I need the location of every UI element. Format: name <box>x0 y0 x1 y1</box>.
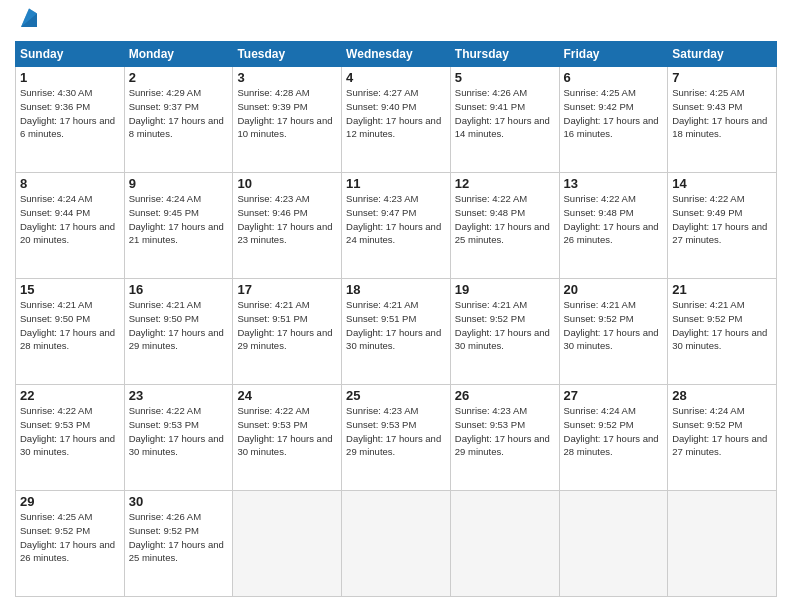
sunset-label: Sunset: 9:52 PM <box>564 419 634 430</box>
calendar-table: SundayMondayTuesdayWednesdayThursdayFrid… <box>15 41 777 597</box>
day-info: Sunrise: 4:22 AM Sunset: 9:53 PM Dayligh… <box>129 404 229 459</box>
daylight-label: Daylight: 17 hours and 26 minutes. <box>564 221 659 246</box>
calendar-header-sunday: Sunday <box>16 42 125 67</box>
calendar-cell: 6 Sunrise: 4:25 AM Sunset: 9:42 PM Dayli… <box>559 67 668 173</box>
sunrise-label: Sunrise: 4:29 AM <box>129 87 201 98</box>
day-number: 12 <box>455 176 555 191</box>
calendar-cell: 16 Sunrise: 4:21 AM Sunset: 9:50 PM Dayl… <box>124 279 233 385</box>
day-number: 2 <box>129 70 229 85</box>
daylight-label: Daylight: 17 hours and 27 minutes. <box>672 221 767 246</box>
day-info: Sunrise: 4:29 AM Sunset: 9:37 PM Dayligh… <box>129 86 229 141</box>
sunrise-label: Sunrise: 4:22 AM <box>455 193 527 204</box>
sunrise-label: Sunrise: 4:23 AM <box>237 193 309 204</box>
day-number: 19 <box>455 282 555 297</box>
calendar-cell: 17 Sunrise: 4:21 AM Sunset: 9:51 PM Dayl… <box>233 279 342 385</box>
day-info: Sunrise: 4:22 AM Sunset: 9:48 PM Dayligh… <box>564 192 664 247</box>
calendar-cell: 3 Sunrise: 4:28 AM Sunset: 9:39 PM Dayli… <box>233 67 342 173</box>
sunset-label: Sunset: 9:53 PM <box>129 419 199 430</box>
daylight-label: Daylight: 17 hours and 12 minutes. <box>346 115 441 140</box>
daylight-label: Daylight: 17 hours and 30 minutes. <box>455 327 550 352</box>
day-info: Sunrise: 4:22 AM Sunset: 9:53 PM Dayligh… <box>237 404 337 459</box>
sunset-label: Sunset: 9:53 PM <box>237 419 307 430</box>
daylight-label: Daylight: 17 hours and 30 minutes. <box>564 327 659 352</box>
calendar-cell: 20 Sunrise: 4:21 AM Sunset: 9:52 PM Dayl… <box>559 279 668 385</box>
sunrise-label: Sunrise: 4:24 AM <box>564 405 636 416</box>
page: SundayMondayTuesdayWednesdayThursdayFrid… <box>0 0 792 612</box>
day-info: Sunrise: 4:30 AM Sunset: 9:36 PM Dayligh… <box>20 86 120 141</box>
sunset-label: Sunset: 9:53 PM <box>20 419 90 430</box>
sunrise-label: Sunrise: 4:24 AM <box>672 405 744 416</box>
calendar-cell: 23 Sunrise: 4:22 AM Sunset: 9:53 PM Dayl… <box>124 385 233 491</box>
calendar-cell: 28 Sunrise: 4:24 AM Sunset: 9:52 PM Dayl… <box>668 385 777 491</box>
sunset-label: Sunset: 9:51 PM <box>346 313 416 324</box>
calendar-week-2: 8 Sunrise: 4:24 AM Sunset: 9:44 PM Dayli… <box>16 173 777 279</box>
sunset-label: Sunset: 9:53 PM <box>346 419 416 430</box>
daylight-label: Daylight: 17 hours and 28 minutes. <box>20 327 115 352</box>
calendar-cell: 18 Sunrise: 4:21 AM Sunset: 9:51 PM Dayl… <box>342 279 451 385</box>
calendar-cell: 12 Sunrise: 4:22 AM Sunset: 9:48 PM Dayl… <box>450 173 559 279</box>
calendar-cell: 27 Sunrise: 4:24 AM Sunset: 9:52 PM Dayl… <box>559 385 668 491</box>
calendar-cell: 7 Sunrise: 4:25 AM Sunset: 9:43 PM Dayli… <box>668 67 777 173</box>
calendar-cell: 19 Sunrise: 4:21 AM Sunset: 9:52 PM Dayl… <box>450 279 559 385</box>
calendar-cell: 1 Sunrise: 4:30 AM Sunset: 9:36 PM Dayli… <box>16 67 125 173</box>
sunset-label: Sunset: 9:36 PM <box>20 101 90 112</box>
header <box>15 15 777 31</box>
sunrise-label: Sunrise: 4:21 AM <box>455 299 527 310</box>
calendar-week-5: 29 Sunrise: 4:25 AM Sunset: 9:52 PM Dayl… <box>16 491 777 597</box>
sunset-label: Sunset: 9:42 PM <box>564 101 634 112</box>
daylight-label: Daylight: 17 hours and 16 minutes. <box>564 115 659 140</box>
day-number: 8 <box>20 176 120 191</box>
calendar-cell <box>342 491 451 597</box>
day-number: 23 <box>129 388 229 403</box>
day-number: 27 <box>564 388 664 403</box>
sunrise-label: Sunrise: 4:21 AM <box>129 299 201 310</box>
sunset-label: Sunset: 9:52 PM <box>129 525 199 536</box>
sunrise-label: Sunrise: 4:30 AM <box>20 87 92 98</box>
daylight-label: Daylight: 17 hours and 8 minutes. <box>129 115 224 140</box>
sunset-label: Sunset: 9:52 PM <box>564 313 634 324</box>
day-number: 5 <box>455 70 555 85</box>
daylight-label: Daylight: 17 hours and 25 minutes. <box>129 539 224 564</box>
calendar-cell: 15 Sunrise: 4:21 AM Sunset: 9:50 PM Dayl… <box>16 279 125 385</box>
calendar-cell <box>233 491 342 597</box>
sunset-label: Sunset: 9:51 PM <box>237 313 307 324</box>
daylight-label: Daylight: 17 hours and 29 minutes. <box>455 433 550 458</box>
day-info: Sunrise: 4:25 AM Sunset: 9:42 PM Dayligh… <box>564 86 664 141</box>
sunrise-label: Sunrise: 4:21 AM <box>672 299 744 310</box>
day-number: 13 <box>564 176 664 191</box>
calendar-cell: 14 Sunrise: 4:22 AM Sunset: 9:49 PM Dayl… <box>668 173 777 279</box>
calendar-cell: 8 Sunrise: 4:24 AM Sunset: 9:44 PM Dayli… <box>16 173 125 279</box>
day-info: Sunrise: 4:25 AM Sunset: 9:43 PM Dayligh… <box>672 86 772 141</box>
calendar-cell: 5 Sunrise: 4:26 AM Sunset: 9:41 PM Dayli… <box>450 67 559 173</box>
day-info: Sunrise: 4:24 AM Sunset: 9:45 PM Dayligh… <box>129 192 229 247</box>
daylight-label: Daylight: 17 hours and 30 minutes. <box>129 433 224 458</box>
sunrise-label: Sunrise: 4:25 AM <box>564 87 636 98</box>
sunset-label: Sunset: 9:52 PM <box>455 313 525 324</box>
calendar-cell: 2 Sunrise: 4:29 AM Sunset: 9:37 PM Dayli… <box>124 67 233 173</box>
day-info: Sunrise: 4:21 AM Sunset: 9:52 PM Dayligh… <box>455 298 555 353</box>
sunset-label: Sunset: 9:52 PM <box>672 313 742 324</box>
calendar-week-1: 1 Sunrise: 4:30 AM Sunset: 9:36 PM Dayli… <box>16 67 777 173</box>
sunrise-label: Sunrise: 4:22 AM <box>129 405 201 416</box>
day-number: 28 <box>672 388 772 403</box>
daylight-label: Daylight: 17 hours and 25 minutes. <box>455 221 550 246</box>
day-number: 21 <box>672 282 772 297</box>
sunrise-label: Sunrise: 4:24 AM <box>129 193 201 204</box>
sunset-label: Sunset: 9:46 PM <box>237 207 307 218</box>
day-info: Sunrise: 4:24 AM Sunset: 9:52 PM Dayligh… <box>564 404 664 459</box>
daylight-label: Daylight: 17 hours and 29 minutes. <box>129 327 224 352</box>
sunset-label: Sunset: 9:50 PM <box>20 313 90 324</box>
sunset-label: Sunset: 9:48 PM <box>455 207 525 218</box>
sunrise-label: Sunrise: 4:21 AM <box>20 299 92 310</box>
sunset-label: Sunset: 9:41 PM <box>455 101 525 112</box>
day-info: Sunrise: 4:24 AM Sunset: 9:52 PM Dayligh… <box>672 404 772 459</box>
sunset-label: Sunset: 9:44 PM <box>20 207 90 218</box>
daylight-label: Daylight: 17 hours and 30 minutes. <box>672 327 767 352</box>
daylight-label: Daylight: 17 hours and 30 minutes. <box>237 433 332 458</box>
daylight-label: Daylight: 17 hours and 14 minutes. <box>455 115 550 140</box>
day-info: Sunrise: 4:21 AM Sunset: 9:52 PM Dayligh… <box>672 298 772 353</box>
sunset-label: Sunset: 9:40 PM <box>346 101 416 112</box>
calendar-cell: 22 Sunrise: 4:22 AM Sunset: 9:53 PM Dayl… <box>16 385 125 491</box>
day-info: Sunrise: 4:24 AM Sunset: 9:44 PM Dayligh… <box>20 192 120 247</box>
day-info: Sunrise: 4:21 AM Sunset: 9:50 PM Dayligh… <box>129 298 229 353</box>
